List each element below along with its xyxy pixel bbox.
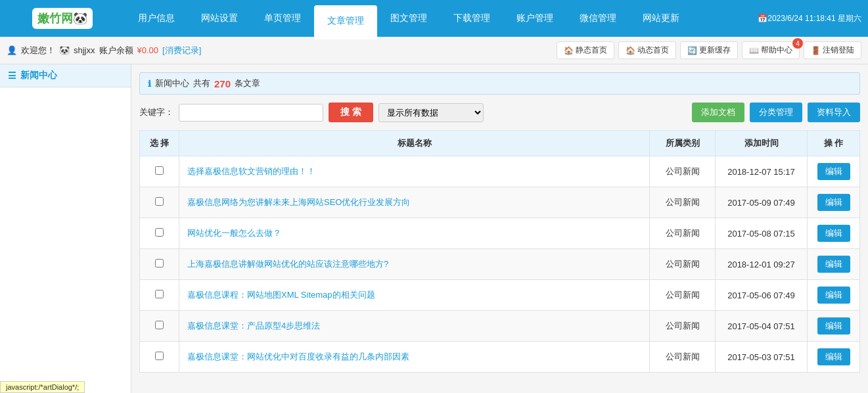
- row-time-cell: 2017-05-04 07:51: [716, 311, 808, 342]
- top-nav: 嫩竹网🐼 用户信息 网站设置 单页管理 文章管理 图文管理 下载管理 账户管理 …: [0, 0, 868, 37]
- row-checkbox[interactable]: [155, 321, 164, 329]
- search-input[interactable]: [179, 104, 323, 122]
- edit-button[interactable]: 编辑: [817, 256, 850, 273]
- row-checkbox-cell: [140, 342, 179, 373]
- nav-item-site[interactable]: 网站设置: [188, 0, 251, 37]
- row-checkbox-cell: [140, 156, 179, 187]
- table-row: 网站优化一般怎么去做？ 公司新闻 2017-05-08 07:15 编辑: [140, 218, 860, 249]
- nav-item-user[interactable]: 用户信息: [125, 0, 188, 37]
- sidebar-title: ☰ 新闻中心: [0, 64, 131, 87]
- sub-header-left: 👤 欢迎您！ 🐼 shjjxx 账户余额 ¥0.00 [消费记录]: [7, 45, 201, 57]
- import-button[interactable]: 资料导入: [808, 103, 860, 122]
- record-link[interactable]: [消费记录]: [162, 45, 201, 57]
- article-link[interactable]: 嘉极信息网络为您讲解未来上海网站SEO优化行业发展方向: [187, 197, 410, 207]
- bottom-status: javascript:/*artDialog*/;: [0, 381, 85, 393]
- sidebar-title-label: 新闻中心: [20, 70, 57, 81]
- row-checkbox[interactable]: [155, 352, 164, 360]
- logout-icon: 🚪: [811, 46, 821, 55]
- dynamic-home-button[interactable]: 🏠 动态首页: [618, 41, 676, 59]
- table-header-row: 选 择 标题名称 所属类别 添加时间 操 作: [140, 131, 860, 156]
- search-button[interactable]: 搜 索: [329, 103, 373, 122]
- row-action-cell: 编辑: [808, 187, 860, 218]
- row-checkbox-cell: [140, 311, 179, 342]
- th-select: 选 择: [140, 131, 179, 156]
- edit-button[interactable]: 编辑: [817, 348, 850, 365]
- welcome-icon: 👤: [7, 45, 17, 55]
- logo-box: 嫩竹网🐼: [32, 8, 93, 29]
- logout-button[interactable]: 🚪 注销登陆: [804, 41, 861, 59]
- info-unit: 条文章: [235, 78, 260, 89]
- row-category-cell: 公司新闻: [650, 311, 716, 342]
- table-row: 选择嘉极信息软文营销的理由！！ 公司新闻 2018-12-07 15:17 编辑: [140, 156, 860, 187]
- calendar-icon: 📅: [758, 14, 767, 23]
- filter-select[interactable]: 显示所有数据 已发布 未发布: [378, 103, 484, 122]
- row-checkbox-cell: [140, 187, 179, 218]
- article-table: 选 择 标题名称 所属类别 添加时间 操 作 选择嘉极信息软文营销的理由！！ 公…: [139, 130, 860, 373]
- content: ℹ 新闻中心 共有 270 条文章 关键字： 搜 索 显示所有数据 已发布 未发…: [131, 64, 868, 393]
- article-link[interactable]: 嘉极信息课程：网站地图XML Sitemap的相关问题: [187, 290, 375, 300]
- refresh-cache-button[interactable]: 🔄 更新缓存: [680, 41, 738, 59]
- edit-button[interactable]: 编辑: [817, 194, 850, 211]
- welcome-text: 欢迎您！: [21, 45, 55, 57]
- info-icon: ℹ: [148, 79, 151, 89]
- help-center-button[interactable]: 📖 帮助中心 4: [742, 41, 800, 59]
- sub-header: 👤 欢迎您！ 🐼 shjjxx 账户余额 ¥0.00 [消费记录] 🏠 静态首页…: [0, 37, 868, 64]
- th-title: 标题名称: [179, 131, 650, 156]
- search-label: 关键字：: [139, 106, 173, 118]
- article-link[interactable]: 选择嘉极信息软文营销的理由！！: [187, 166, 315, 176]
- table-row: 嘉极信息课堂：产品原型4步思维法 公司新闻 2017-05-04 07:51 编…: [140, 311, 860, 342]
- add-doc-button[interactable]: 添加文档: [692, 103, 744, 122]
- category-mgmt-button[interactable]: 分类管理: [750, 103, 802, 122]
- row-time-cell: 2017-05-08 07:15: [716, 218, 808, 249]
- edit-button[interactable]: 编辑: [817, 163, 850, 180]
- nav-item-download[interactable]: 下载管理: [440, 0, 503, 37]
- article-link[interactable]: 嘉极信息课堂：产品原型4步思维法: [187, 321, 320, 331]
- user-avatar-icon: 🐼: [59, 45, 70, 55]
- row-time-cell: 2018-12-07 15:17: [716, 156, 808, 187]
- nav-item-article[interactable]: 文章管理: [314, 5, 377, 37]
- row-action-cell: 编辑: [808, 342, 860, 373]
- info-count: 270: [214, 78, 231, 89]
- home-icon: 🏠: [564, 46, 574, 55]
- table-row: 上海嘉极信息讲解做网站优化的站应该注意哪些地方? 公司新闻 2018-12-01…: [140, 249, 860, 280]
- edit-button[interactable]: 编辑: [817, 287, 850, 304]
- nav-item-update[interactable]: 网站更新: [629, 0, 693, 37]
- row-title-cell: 网站优化一般怎么去做？: [179, 218, 650, 249]
- nav-item-page[interactable]: 单页管理: [251, 0, 314, 37]
- row-action-cell: 编辑: [808, 249, 860, 280]
- info-bar: ℹ 新闻中心 共有 270 条文章: [139, 72, 860, 95]
- row-checkbox[interactable]: [155, 259, 164, 267]
- article-link[interactable]: 嘉极信息课堂：网站优化中对百度收录有益的几条内部因素: [187, 352, 409, 361]
- nav-item-imgtext[interactable]: 图文管理: [377, 0, 440, 37]
- row-title-cell: 嘉极信息网络为您讲解未来上海网站SEO优化行业发展方向: [179, 187, 650, 218]
- nav-item-wechat[interactable]: 微信管理: [566, 0, 629, 37]
- article-link[interactable]: 网站优化一般怎么去做？: [187, 228, 281, 238]
- row-checkbox[interactable]: [155, 290, 164, 298]
- main-area: ☰ 新闻中心 ℹ 新闻中心 共有 270 条文章 关键字： 搜 索 显示所有数据…: [0, 64, 868, 393]
- row-title-cell: 嘉极信息课程：网站地图XML Sitemap的相关问题: [179, 280, 650, 311]
- row-checkbox[interactable]: [155, 228, 164, 237]
- row-category-cell: 公司新闻: [650, 187, 716, 218]
- row-category-cell: 公司新闻: [650, 249, 716, 280]
- row-checkbox-cell: [140, 280, 179, 311]
- article-link[interactable]: 上海嘉极信息讲解做网站优化的站应该注意哪些地方?: [187, 259, 388, 269]
- row-checkbox-cell: [140, 249, 179, 280]
- row-checkbox[interactable]: [155, 166, 164, 175]
- row-title-cell: 选择嘉极信息软文营销的理由！！: [179, 156, 650, 187]
- logo-area: 嫩竹网🐼: [0, 0, 125, 37]
- static-home-button[interactable]: 🏠 静态首页: [557, 41, 614, 59]
- nav-item-account[interactable]: 账户管理: [503, 0, 566, 37]
- username: shjjxx: [74, 45, 95, 55]
- sidebar: ☰ 新闻中心: [0, 64, 131, 393]
- th-time: 添加时间: [716, 131, 808, 156]
- refresh-icon: 🔄: [687, 46, 697, 55]
- sub-header-right: 🏠 静态首页 🏠 动态首页 🔄 更新缓存 📖 帮助中心 4 🚪 注销登陆: [557, 41, 861, 59]
- nav-right: 📅 2023/6/24 11:18:41 星期六: [758, 0, 868, 37]
- logo-text: 嫩竹网🐼: [37, 11, 87, 26]
- edit-button[interactable]: 编辑: [817, 225, 850, 242]
- help-badge: 4: [792, 38, 803, 49]
- edit-button[interactable]: 编辑: [817, 317, 850, 335]
- row-checkbox-cell: [140, 218, 179, 249]
- row-checkbox[interactable]: [155, 197, 164, 206]
- account-label: 账户余额: [99, 45, 133, 57]
